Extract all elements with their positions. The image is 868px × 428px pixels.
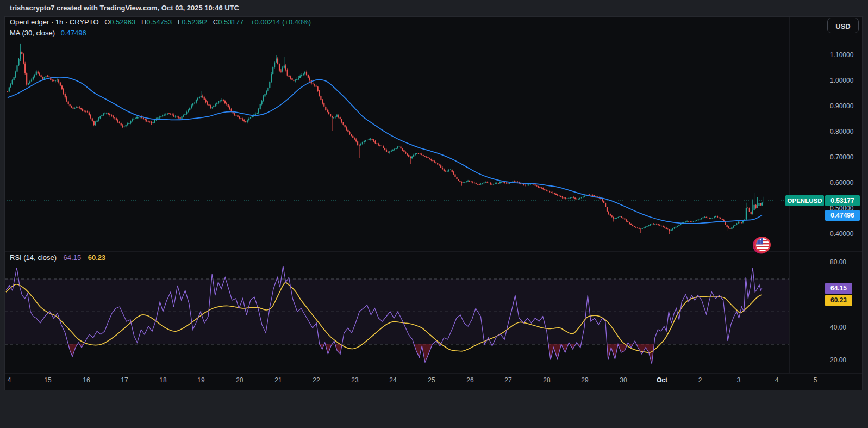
price-tick-label: 1.00000 bbox=[830, 77, 853, 84]
time-label: 15 bbox=[44, 376, 51, 384]
time-label: 23 bbox=[351, 376, 358, 384]
candlestick-series bbox=[7, 44, 765, 234]
close-label: C bbox=[213, 18, 218, 26]
symbol-title: OpenLedger · 1h · CRYPTO bbox=[10, 18, 99, 26]
time-label: 4 bbox=[775, 376, 779, 384]
high-value: 0.54753 bbox=[146, 18, 172, 26]
time-label: 22 bbox=[313, 376, 320, 384]
time-label: 19 bbox=[197, 376, 204, 384]
time-label: 25 bbox=[428, 376, 435, 384]
time-label: 4 bbox=[8, 376, 11, 384]
rsi-ma-value: 60.23 bbox=[88, 253, 106, 262]
time-label: 2 bbox=[698, 376, 702, 384]
price-tick-label: 0.60000 bbox=[830, 179, 853, 187]
chart-canvas[interactable] bbox=[0, 0, 868, 428]
low-label: L bbox=[178, 18, 182, 26]
time-label: 17 bbox=[121, 376, 128, 384]
symbol-price-label-badge: OPENLUSD bbox=[785, 195, 824, 206]
rsi-value: 64.15 bbox=[64, 253, 82, 262]
rsi-value-badge: 64.15 bbox=[825, 283, 852, 294]
time-label: 24 bbox=[389, 376, 396, 384]
time-label: 27 bbox=[504, 376, 511, 384]
brand-bar: TradingView bbox=[0, 390, 868, 428]
openledger-flag-logo-icon bbox=[746, 228, 779, 262]
tradingview-snapshot: trishacrypto7 created with TradingView.c… bbox=[0, 0, 868, 428]
time-label: 30 bbox=[620, 376, 627, 384]
open-value: 0.52963 bbox=[110, 18, 135, 26]
high-label: H bbox=[141, 18, 146, 26]
time-label: 16 bbox=[83, 376, 90, 384]
time-label: Oct bbox=[657, 376, 667, 384]
open-label: O bbox=[104, 18, 110, 26]
time-label: 29 bbox=[581, 376, 588, 384]
low-value: 0.52392 bbox=[182, 18, 207, 26]
rsi-tick-label: 20.00 bbox=[830, 356, 846, 364]
price-tick-label: 0.40000 bbox=[830, 230, 853, 238]
rsi-tick-label: 80.00 bbox=[830, 258, 846, 266]
time-label: 18 bbox=[159, 376, 166, 384]
ma-value: 0.47496 bbox=[61, 29, 86, 37]
ma-label: MA (30, close) bbox=[10, 29, 55, 37]
rsi-tick-label: 40.00 bbox=[830, 324, 846, 331]
ma-legend: MA (30, close) 0.47496 bbox=[10, 29, 86, 37]
rsi-label: RSI (14, close) bbox=[10, 253, 57, 262]
currency-toggle-button[interactable]: USD bbox=[827, 18, 859, 33]
price-tick-label: 0.80000 bbox=[830, 128, 853, 135]
price-tick-label: 1.10000 bbox=[830, 51, 853, 59]
time-label: 26 bbox=[466, 376, 473, 384]
last-price-badge: 0.53177 bbox=[825, 195, 860, 206]
rsi-ma-value-badge: 60.23 bbox=[825, 295, 852, 306]
time-label: 28 bbox=[543, 376, 550, 384]
price-tick-label: 0.90000 bbox=[830, 102, 853, 110]
time-label: 5 bbox=[814, 376, 817, 384]
ma-value-badge: 0.47496 bbox=[825, 210, 860, 221]
change-value: +0.00214 (+0.40%) bbox=[251, 18, 311, 26]
time-label: 20 bbox=[236, 376, 243, 384]
symbol-legend: OpenLedger · 1h · CRYPTO O0.52963 H0.547… bbox=[10, 18, 311, 26]
price-tick-label: 0.70000 bbox=[830, 153, 853, 161]
time-label: 21 bbox=[274, 376, 282, 384]
rsi-legend: RSI (14, close) 64.15 60.23 bbox=[10, 253, 105, 262]
close-value: 0.53177 bbox=[218, 18, 243, 26]
time-label: 3 bbox=[737, 376, 741, 384]
